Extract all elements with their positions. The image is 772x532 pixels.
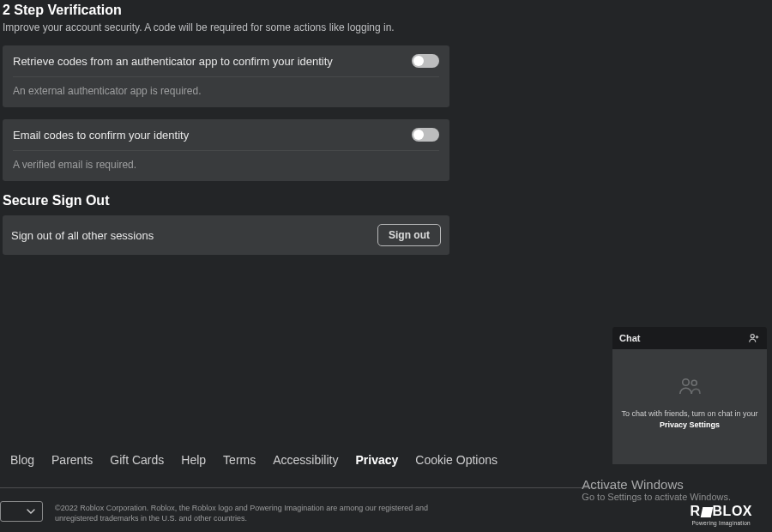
two-step-title: 2 Step Verification bbox=[3, 3, 449, 18]
email-codes-toggle[interactable] bbox=[412, 128, 439, 142]
roblox-logo: RBLOX Powering Imagination bbox=[690, 504, 752, 526]
authenticator-label: Retrieve codes from an authenticator app… bbox=[13, 55, 333, 68]
chat-header[interactable]: Chat bbox=[612, 327, 767, 349]
divider bbox=[13, 150, 439, 151]
svg-point-1 bbox=[683, 379, 690, 386]
add-friend-icon[interactable] bbox=[748, 332, 760, 344]
email-codes-label: Email codes to confirm your identity bbox=[13, 129, 189, 142]
email-codes-card: Email codes to confirm your identity A v… bbox=[3, 119, 449, 181]
divider bbox=[13, 76, 439, 77]
footer-link-blog[interactable]: Blog bbox=[10, 453, 34, 467]
footer-link-privacy[interactable]: Privacy bbox=[355, 453, 398, 467]
friends-icon bbox=[677, 376, 703, 400]
svg-point-0 bbox=[751, 335, 754, 338]
windows-watermark: Activate Windows Go to Settings to activ… bbox=[582, 477, 731, 502]
chat-title: Chat bbox=[619, 333, 640, 343]
authenticator-card: Retrieve codes from an authenticator app… bbox=[3, 45, 449, 107]
secure-signout-title: Secure Sign Out bbox=[3, 193, 449, 209]
signout-label: Sign out of all other sessions bbox=[11, 229, 154, 242]
signout-card: Sign out of all other sessions Sign out bbox=[3, 215, 449, 255]
svg-point-2 bbox=[691, 380, 697, 385]
footer-link-accessibility[interactable]: Accessibility bbox=[273, 453, 338, 467]
chat-panel: Chat To chat with friends, turn on chat … bbox=[612, 327, 767, 464]
footer-link-help[interactable]: Help bbox=[181, 453, 206, 467]
footer-link-parents[interactable]: Parents bbox=[51, 453, 93, 467]
email-codes-desc: A verified email is required. bbox=[13, 159, 439, 171]
chat-empty-message: To chat with friends, turn on chat in yo… bbox=[621, 408, 758, 431]
authenticator-toggle[interactable] bbox=[412, 54, 439, 68]
chevron-down-icon bbox=[27, 509, 35, 514]
two-step-subtitle: Improve your account security. A code wi… bbox=[3, 21, 449, 33]
privacy-settings-link[interactable]: Privacy Settings bbox=[660, 420, 720, 429]
sign-out-button[interactable]: Sign out bbox=[377, 224, 441, 246]
footer-link-cookie-options[interactable]: Cookie Options bbox=[415, 453, 498, 467]
authenticator-desc: An external authenticator app is require… bbox=[13, 85, 439, 97]
legal-text: ©2022 Roblox Corporation. Roblox, the Ro… bbox=[55, 503, 432, 523]
footer-divider bbox=[0, 487, 613, 488]
footer-link-terms[interactable]: Terms bbox=[223, 453, 256, 467]
language-select[interactable] bbox=[0, 501, 43, 522]
tilted-square-icon bbox=[700, 507, 713, 517]
footer-links: BlogParentsGift CardsHelpTermsAccessibil… bbox=[10, 453, 498, 467]
footer-link-gift-cards[interactable]: Gift Cards bbox=[110, 453, 164, 467]
